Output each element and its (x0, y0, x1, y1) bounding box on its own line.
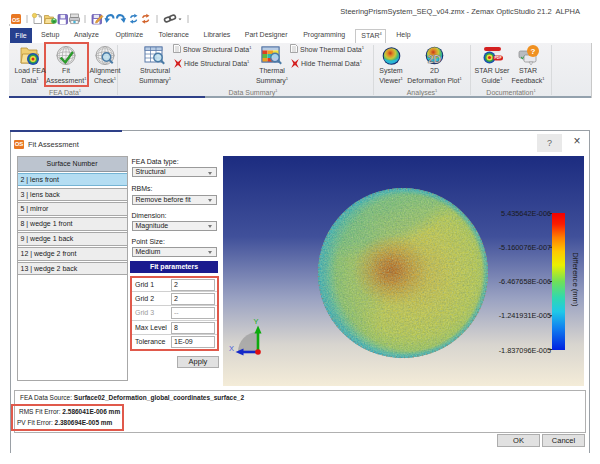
svg-text:Difference (mm): Difference (mm) (571, 252, 580, 307)
svg-text:-6.467658E-006: -6.467658E-006 (499, 277, 551, 286)
svg-text:2D: 2D (428, 53, 442, 65)
svg-text:Y: Y (253, 317, 258, 326)
svg-text:-5.160076E-007: -5.160076E-007 (499, 243, 551, 252)
svg-text:?: ? (531, 47, 536, 56)
svg-text:5.435642E-006: 5.435642E-006 (501, 209, 551, 218)
svg-text:-1.837096E-005: -1.837096E-005 (499, 346, 551, 355)
svg-text:PDF: PDF (494, 56, 502, 60)
svg-text:-1.241931E-005: -1.241931E-005 (499, 311, 551, 320)
svg-text:X: X (229, 344, 234, 353)
